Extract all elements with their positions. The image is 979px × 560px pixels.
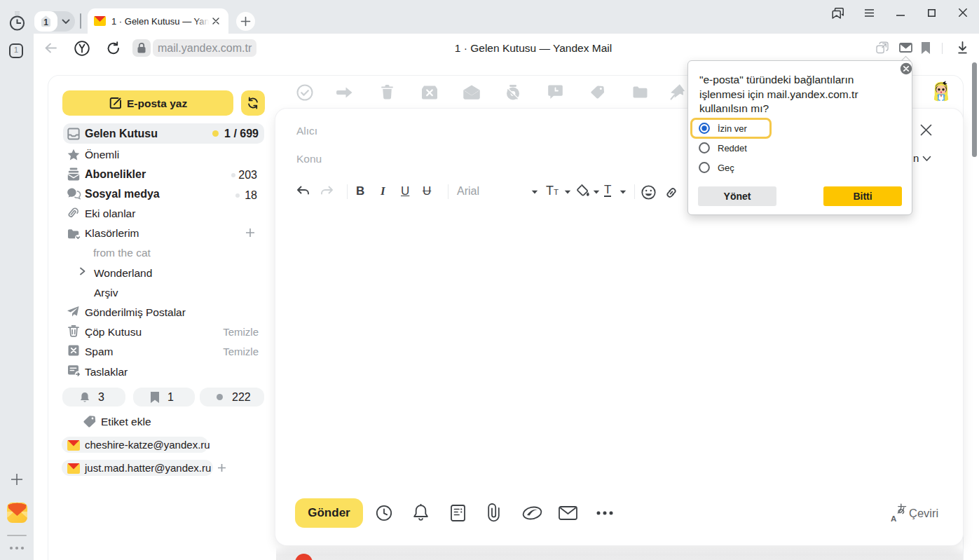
svg-text:A: A <box>891 514 896 522</box>
svg-text:1: 1 <box>43 18 48 27</box>
